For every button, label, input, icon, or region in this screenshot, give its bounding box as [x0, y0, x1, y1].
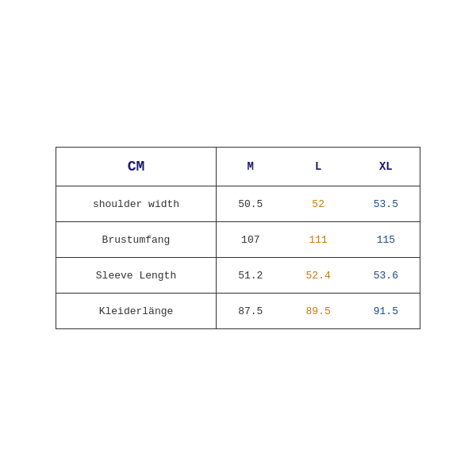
size-table: CM M L XL shoulder width 50.5	[56, 148, 420, 328]
header-cm: CM	[56, 148, 217, 186]
table-row: shoulder width 50.5 52 53.5	[56, 186, 420, 222]
row-xl-2: 53.6	[352, 258, 420, 294]
header-l: L	[285, 148, 352, 186]
header-xl: XL	[352, 148, 420, 186]
table-row: Sleeve Length 51.2 52.4 53.6	[56, 258, 420, 294]
row-label-0: shoulder width	[56, 186, 217, 222]
row-xl-0: 53.5	[352, 186, 420, 222]
row-m-2: 51.2	[217, 258, 285, 294]
header-m: M	[217, 148, 285, 186]
table-row: Brustumfang 107 111 115	[56, 222, 420, 258]
size-table-wrapper: CM M L XL shoulder width 50.5	[56, 147, 420, 329]
row-label-1: Brustumfang	[56, 222, 217, 258]
row-label-2: Sleeve Length	[56, 258, 217, 294]
table-row: Kleiderlänge 87.5 89.5 91.5	[56, 294, 420, 329]
row-l-3: 89.5	[285, 294, 352, 329]
row-label-3: Kleiderlänge	[56, 294, 217, 329]
row-l-0: 52	[285, 186, 352, 222]
row-xl-3: 91.5	[352, 294, 420, 329]
row-l-2: 52.4	[285, 258, 352, 294]
row-m-1: 107	[217, 222, 285, 258]
row-xl-1: 115	[352, 222, 420, 258]
row-l-1: 111	[285, 222, 352, 258]
row-m-0: 50.5	[217, 186, 285, 222]
table-header-row: CM M L XL	[56, 148, 420, 186]
row-m-3: 87.5	[217, 294, 285, 329]
